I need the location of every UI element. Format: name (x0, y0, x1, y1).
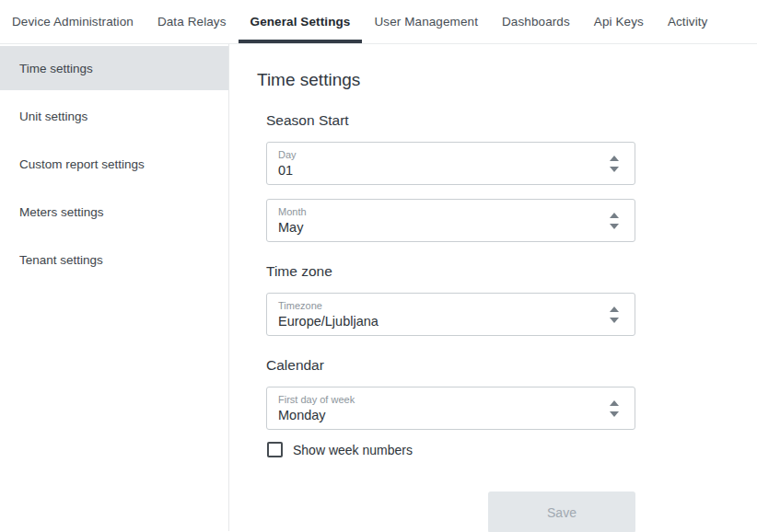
section-season-start: Season Start Day 01 Month May (266, 111, 757, 242)
day-select-label: Day (278, 149, 635, 161)
tab-general-settings[interactable]: General Settings (239, 0, 363, 43)
arrow-down-icon (610, 318, 619, 323)
sidebar-item-unit-settings[interactable]: Unit settings (0, 94, 228, 138)
timezone-select[interactable]: Timezone Europe/Ljubljana (266, 293, 635, 336)
sidebar-item-custom-report-settings[interactable]: Custom report settings (0, 142, 228, 186)
day-select[interactable]: Day 01 (266, 142, 635, 185)
show-week-numbers-checkbox[interactable] (267, 442, 283, 457)
section-heading-time-zone: Time zone (266, 262, 757, 281)
month-select[interactable]: Month May (266, 199, 635, 242)
main-content: Time settings Season Start Day 01 Month … (229, 44, 757, 531)
timezone-select-value: Europe/Ljubljana (278, 314, 635, 330)
settings-sidebar: Time settings Unit settings Custom repor… (0, 44, 229, 531)
page-title: Time settings (257, 68, 757, 91)
sidebar-item-time-settings[interactable]: Time settings (0, 46, 228, 90)
sidebar-item-tenant-settings[interactable]: Tenant settings (0, 237, 228, 282)
first-day-spinner-icon[interactable] (609, 400, 620, 417)
section-calendar: Calendar First day of week Monday Show w… (266, 356, 757, 532)
save-row: Save (266, 492, 635, 532)
section-heading-calendar: Calendar (266, 356, 757, 375)
timezone-select-label: Timezone (278, 300, 635, 312)
tab-activity[interactable]: Activity (656, 0, 720, 43)
arrow-up-icon (610, 306, 619, 312)
tab-device-administration[interactable]: Device Administration (0, 0, 146, 43)
show-week-numbers-row: Show week numbers (267, 442, 757, 457)
sidebar-item-meters-settings[interactable]: Meters settings (0, 190, 228, 234)
tab-user-management[interactable]: User Management (362, 0, 490, 43)
section-heading-season-start: Season Start (266, 111, 757, 130)
tab-dashboards[interactable]: Dashboards (490, 0, 582, 43)
section-time-zone: Time zone Timezone Europe/Ljubljana (266, 262, 757, 336)
arrow-down-icon (610, 167, 619, 172)
month-select-label: Month (278, 206, 635, 218)
month-select-value: May (278, 220, 635, 236)
arrow-down-icon (610, 411, 619, 417)
timezone-spinner-icon[interactable] (609, 306, 620, 323)
arrow-down-icon (610, 224, 619, 229)
save-button[interactable]: Save (488, 492, 635, 532)
first-day-of-week-label: First day of week (278, 394, 635, 406)
month-spinner-icon[interactable] (609, 213, 620, 229)
arrow-up-icon (610, 400, 619, 406)
tab-data-relays[interactable]: Data Relays (146, 0, 239, 43)
arrow-up-icon (610, 213, 619, 218)
day-select-value: 01 (278, 163, 635, 179)
tab-api-keys[interactable]: Api Keys (582, 0, 656, 43)
first-day-of-week-value: Monday (278, 408, 635, 423)
arrow-up-icon (610, 156, 619, 161)
show-week-numbers-label[interactable]: Show week numbers (293, 443, 413, 457)
first-day-of-week-select[interactable]: First day of week Monday (266, 387, 635, 430)
top-nav: Device Administration Data Relays Genera… (0, 0, 757, 44)
day-spinner-icon[interactable] (609, 156, 620, 172)
